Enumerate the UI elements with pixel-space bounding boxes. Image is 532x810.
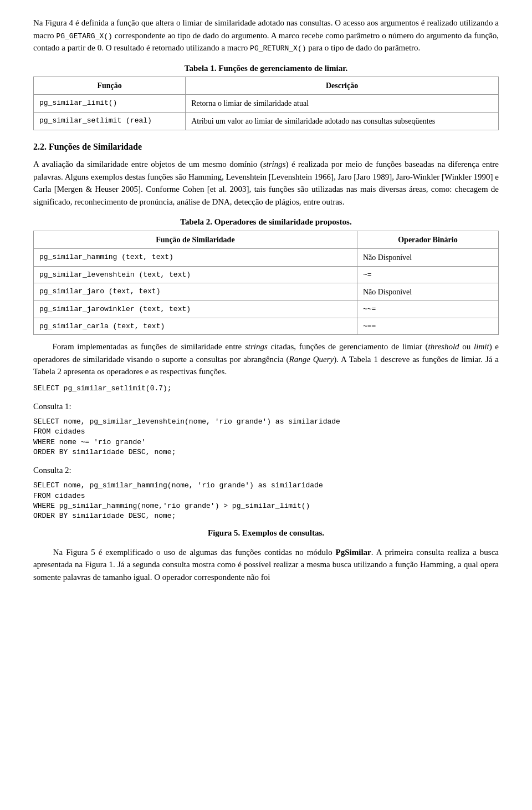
table2-row5-func: pg_similar_carla (text, text) [34,318,357,335]
code-setlimit: SELECT pg_similar_setlimit(0.7); [33,384,499,394]
table-row: pg_similar_jaro (text, text) Não Disponí… [34,283,499,301]
table2-row3-func: pg_similar_jaro (text, text) [34,283,357,301]
consulta1-label: Consulta 1: [33,400,499,413]
table-row: pg_similar_limit() Retorna o limiar de s… [34,95,499,113]
para-after-table2: Foram implementadas as funções de simila… [33,340,499,378]
figure5-caption: Figura 5. Exemplos de consultas. [33,527,499,539]
table2-row4-op: ~~= [357,301,498,318]
table2: Função de Similaridade Operador Binário … [33,231,499,335]
table1-row1-desc: Retorna o limiar de similaridade atual [186,95,499,113]
table1: Função Descrição pg_similar_limit() Reto… [33,77,499,130]
para-final: Na Figura 5 é exemplificado o uso de alg… [33,546,499,584]
table-row: pg_similar_setlimit (real) Atribui um va… [34,113,499,130]
table2-row1-func: pg_similar_hamming (text, text) [34,248,357,266]
section22-heading: 2.2. Funções de Similaridade [33,140,499,154]
table-row: pg_similar_hamming (text, text) Não Disp… [34,248,499,266]
table1-caption: Tabela 1. Funções de gerenciamento de li… [33,62,499,75]
table1-row2-func: pg_similar_setlimit (real) [34,113,186,130]
table2-row2-op: ~= [357,266,498,283]
section22-para1: A avaliação da similaridade entre objeto… [33,158,499,208]
table2-row5-op: ~== [357,318,498,335]
table-row: pg_similar_levenshtein (text, text) ~= [34,266,499,283]
table1-header-func: Função [34,77,186,95]
table-row: pg_similar_jarowinkler (text, text) ~~= [34,301,499,318]
table2-row4-func: pg_similar_jarowinkler (text, text) [34,301,357,318]
table1-header-desc: Descrição [186,77,499,95]
consulta2-label: Consulta 2: [33,464,499,477]
table2-header-op: Operador Binário [357,231,498,248]
table2-header-func: Função de Similaridade [34,231,357,248]
consulta2-code: SELECT nome, pg_similar_hamming(nome, 'r… [33,481,499,521]
table1-row1-func: pg_similar_limit() [34,95,186,113]
table2-row1-op: Não Disponível [357,248,498,266]
table2-row3-op: Não Disponível [357,283,498,301]
consulta1-code: SELECT nome, pg_similar_levenshtein(nome… [33,417,499,457]
table-row: pg_similar_carla (text, text) ~== [34,318,499,335]
table2-row2-func: pg_similar_levenshtein (text, text) [34,266,357,283]
intro-para1: Na Figura 4 é definida a função que alte… [33,17,499,54]
table1-row2-desc: Atribui um valor ao limiar de similarida… [186,113,499,130]
table2-caption: Tabela 2. Operadores de similaridade pro… [33,216,499,228]
